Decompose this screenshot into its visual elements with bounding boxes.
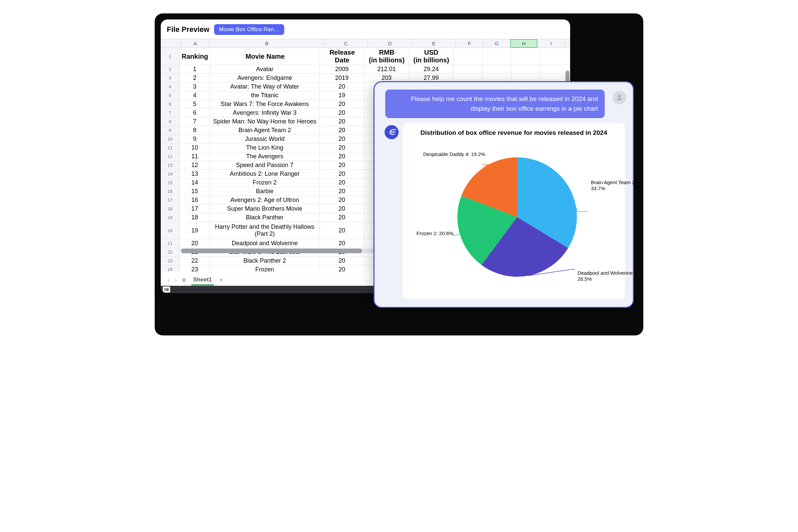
cell[interactable]: Speed and Passion 7 xyxy=(210,161,320,169)
cell[interactable]: Avatar xyxy=(210,65,320,74)
cell[interactable]: the Titanic xyxy=(210,91,320,100)
cell[interactable]: Movie Name xyxy=(210,48,320,65)
cell[interactable]: Avengers 2: Age of Ultron xyxy=(210,196,320,204)
cell[interactable]: Ranking xyxy=(180,48,210,65)
cell[interactable]: Black Panther 2 xyxy=(210,256,320,265)
cell[interactable]: 20 xyxy=(320,213,365,222)
cell[interactable] xyxy=(512,65,541,74)
row-number[interactable]: 12 xyxy=(161,152,180,161)
cell[interactable]: 13 xyxy=(180,170,210,178)
cell[interactable]: 19 xyxy=(320,91,365,100)
cell[interactable]: Brain Agent Team 2 xyxy=(210,126,320,134)
row-number[interactable]: 18 xyxy=(161,205,180,213)
row-number[interactable]: 1 xyxy=(161,48,180,65)
cell[interactable]: 20 xyxy=(320,161,365,169)
cell[interactable]: 20 xyxy=(320,82,365,91)
column-header-A[interactable]: A xyxy=(181,39,210,48)
cell[interactable]: 212.01 xyxy=(365,65,409,74)
cell[interactable]: 3 xyxy=(180,82,210,91)
cell[interactable]: 20 xyxy=(320,239,365,248)
cell[interactable]: USD(in billions) xyxy=(409,48,454,65)
cell[interactable]: 9 xyxy=(180,135,210,143)
cell[interactable]: RMB(in billions) xyxy=(365,48,409,65)
cell[interactable]: The Avengers xyxy=(210,152,320,161)
cell[interactable] xyxy=(512,48,541,65)
tab-list-icon[interactable]: ≡ xyxy=(182,277,186,284)
cell[interactable]: 20 xyxy=(320,205,365,213)
cell[interactable]: 18 xyxy=(180,213,210,222)
column-header-D[interactable]: D xyxy=(368,39,412,48)
cell[interactable]: 10 xyxy=(180,144,210,152)
cell[interactable]: 1 xyxy=(180,65,210,74)
cell[interactable]: The Lion King xyxy=(210,144,320,152)
column-header-G[interactable]: G xyxy=(483,39,511,48)
cell[interactable]: Avengers: Endgame xyxy=(210,74,320,82)
cell[interactable]: Spider Man: No Way Home for Heroes xyxy=(210,117,320,126)
cell[interactable]: 12 xyxy=(180,161,210,169)
cell[interactable]: 14 xyxy=(180,178,210,187)
cell[interactable]: 20 xyxy=(320,256,365,265)
column-header-I[interactable]: I xyxy=(538,39,565,48)
column-header-B[interactable]: B xyxy=(210,39,324,48)
cell[interactable] xyxy=(541,48,570,65)
cell[interactable]: Ambitious 2: Lone Ranger xyxy=(210,170,320,178)
cell[interactable]: Avatar: The Way of Water xyxy=(210,82,320,91)
row-number[interactable]: 6 xyxy=(161,100,180,108)
cell[interactable]: 20 xyxy=(320,117,365,126)
cell[interactable]: Frozen xyxy=(210,265,320,271)
row-number[interactable]: 7 xyxy=(161,109,180,117)
cell[interactable]: 29.24 xyxy=(409,65,454,74)
cell[interactable]: 20 xyxy=(320,265,365,271)
select-all-corner[interactable] xyxy=(161,39,181,48)
row-number[interactable]: 15 xyxy=(161,178,180,187)
cell[interactable]: 4 xyxy=(180,91,210,100)
row-number[interactable]: 23 xyxy=(161,256,180,265)
cell[interactable]: Harry Potter and the Deathly Hallows (Pa… xyxy=(210,222,320,239)
row-number[interactable]: 16 xyxy=(161,187,180,195)
row-number[interactable]: 19 xyxy=(161,213,180,222)
cell[interactable]: 20 xyxy=(320,170,365,178)
cell[interactable]: 8 xyxy=(180,126,210,134)
sheet-tab[interactable]: Sheet1 xyxy=(191,275,214,285)
cell[interactable]: 6 xyxy=(180,109,210,117)
tab-prev-icon[interactable]: ‹ xyxy=(167,277,169,284)
cell[interactable] xyxy=(454,65,483,74)
column-header-E[interactable]: E xyxy=(412,39,456,48)
cell[interactable]: 17 xyxy=(180,205,210,213)
cell[interactable]: 23 xyxy=(180,265,210,271)
cell[interactable]: Barbie xyxy=(210,187,320,195)
tab-next-icon[interactable]: › xyxy=(175,277,177,284)
row-number[interactable]: 17 xyxy=(161,196,180,204)
cell[interactable]: 20 xyxy=(320,135,365,143)
cell[interactable]: 11 xyxy=(180,152,210,161)
column-header-F[interactable]: F xyxy=(456,39,483,48)
row-number[interactable]: 5 xyxy=(161,91,180,100)
cell[interactable]: 15 xyxy=(180,187,210,195)
cell[interactable]: Frozen 2 xyxy=(210,178,320,187)
cell[interactable]: 20 xyxy=(320,196,365,204)
cell[interactable]: Super Mario Brothers Movie xyxy=(210,205,320,213)
row-number[interactable]: 2 xyxy=(161,65,180,74)
row-number[interactable]: 14 xyxy=(161,170,180,178)
cell[interactable]: 2019 xyxy=(320,74,365,82)
cell[interactable] xyxy=(483,48,512,65)
cell[interactable]: 2 xyxy=(180,74,210,82)
cell[interactable]: 7 xyxy=(180,117,210,126)
row-number[interactable]: 11 xyxy=(161,144,180,152)
row-number[interactable]: 24 xyxy=(161,265,180,271)
cell[interactable]: 5 xyxy=(180,100,210,108)
cell[interactable]: 2009 xyxy=(320,65,365,74)
column-header-C[interactable]: C xyxy=(324,39,368,48)
cell[interactable]: 20 xyxy=(320,187,365,195)
cell[interactable]: 22 xyxy=(180,256,210,265)
cell[interactable]: 20 xyxy=(320,109,365,117)
cell[interactable]: 20 xyxy=(320,152,365,161)
row-number[interactable]: 10 xyxy=(161,135,180,143)
row-number[interactable]: 9 xyxy=(161,126,180,134)
cell[interactable]: 19 xyxy=(180,222,210,239)
horizontal-scroll-thumb[interactable] xyxy=(181,249,362,253)
cell[interactable]: Black Panther xyxy=(210,213,320,222)
cell[interactable]: Star Wars 7: The Force Awakens xyxy=(210,100,320,108)
row-number[interactable]: 20 xyxy=(161,222,180,239)
row-number[interactable]: 21 xyxy=(161,239,180,248)
